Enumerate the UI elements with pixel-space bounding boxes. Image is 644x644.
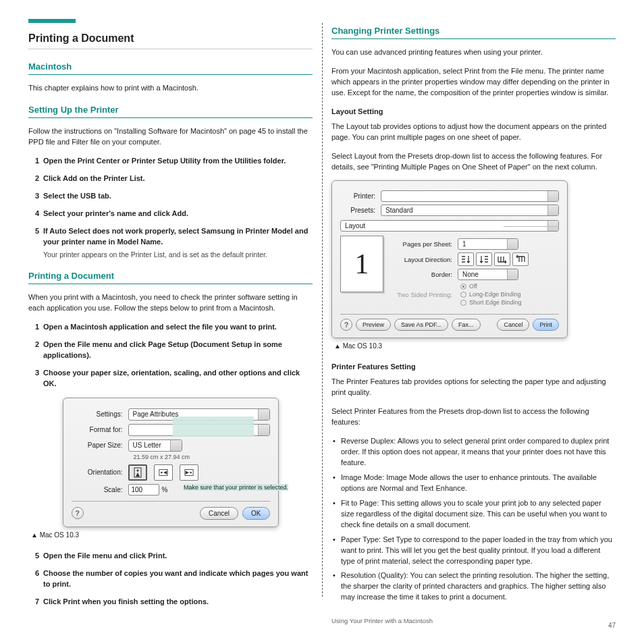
layout-direction-4[interactable] (512, 252, 529, 266)
subheading-setup: Setting Up the Printer (28, 105, 313, 118)
orientation-portrait-button[interactable] (128, 464, 147, 481)
layout-setting-heading: Layout Setting (331, 107, 616, 117)
section-accent-bar (28, 19, 76, 23)
help-button[interactable]: ? (72, 507, 84, 519)
setup-steps-list: Open the Print Center or Printer Setup U… (28, 156, 313, 260)
printing-text: When you print with a Macintosh, you nee… (28, 292, 313, 314)
panel-select[interactable]: Layout (340, 220, 559, 232)
footer-text: Using Your Printer with a Macintosh (331, 616, 616, 626)
setup-text: Follow the instructions on "Installing S… (28, 126, 313, 148)
callout-highlight (173, 417, 254, 437)
layout-setting-text2: Select Layout from the Presets drop-down… (331, 151, 616, 173)
svg-point-1 (136, 469, 138, 471)
layout-direction-3[interactable] (494, 252, 510, 266)
changing-intro: You can use advanced printing features w… (331, 47, 616, 58)
column-divider (322, 23, 323, 597)
page-setup-caption: ▲ Mac OS 10.3 (31, 531, 313, 539)
cancel-button[interactable]: Cancel (200, 507, 238, 520)
presets-select[interactable]: Standard (381, 205, 559, 216)
orientation-landscape-left-button[interactable] (154, 464, 173, 481)
layout-setting-text: The Layout tab provides options to adjus… (331, 122, 616, 143)
printer-features-text: The Printer Features tab provides option… (331, 377, 616, 398)
subheading-printing: Printing a Document (28, 271, 313, 284)
fax-button[interactable]: Fax... (452, 319, 481, 331)
changing-text: From your Macintosh application, select … (331, 66, 616, 99)
print-dialog-caption: ▲ Mac OS 10.3 (334, 342, 616, 350)
save-as-pdf-button[interactable]: Save As PDF... (394, 319, 448, 331)
followup-steps-list: Open the File menu and click Print. Choo… (28, 551, 313, 608)
ok-button[interactable]: OK (242, 507, 269, 520)
layout-preview: 1 (340, 236, 383, 292)
layout-direction-1[interactable] (458, 252, 474, 266)
print-dialog: Printer: Presets: Standard Layout (331, 180, 568, 338)
svg-point-5 (190, 471, 192, 473)
help-button[interactable]: ? (340, 319, 352, 331)
radio-short-edge: Short Edge Binding (460, 299, 522, 306)
printer-features-heading: Printer Features Setting (331, 362, 616, 373)
printer-select[interactable] (381, 190, 559, 202)
print-button[interactable]: Print (533, 319, 559, 331)
subheading-changing-settings: Changing Printer Settings (331, 26, 616, 39)
layout-direction-2[interactable] (476, 252, 492, 266)
printer-features-text2: Select Printer Features from the Presets… (331, 406, 616, 428)
svg-point-3 (161, 471, 163, 473)
preview-button[interactable]: Preview (356, 319, 391, 331)
cancel-button[interactable]: Cancel (497, 319, 529, 331)
pages-per-sheet-select[interactable]: 1 (458, 238, 518, 250)
paper-size-select[interactable]: US Letter (128, 439, 182, 452)
doc-steps-list: Open a Macintosh application and select … (28, 322, 313, 390)
section-title: Printing a Document (28, 32, 313, 49)
paper-dimensions: 21.59 cm x 27.94 cm (134, 454, 270, 460)
radio-off: Off (460, 283, 522, 290)
border-select[interactable]: None (458, 269, 518, 280)
feature-bullets: Reverse Duplex: Allows you to select gen… (331, 436, 616, 603)
page-setup-dialog: Settings: Page Attributes Format for: Pa… (63, 398, 279, 527)
orientation-landscape-right-button[interactable] (180, 464, 198, 481)
callout-text: Make sure that your printer is selected. (184, 484, 288, 491)
scale-input[interactable]: 100 (128, 484, 159, 495)
page-number: 47 (608, 622, 616, 629)
intro-text: This chapter explains how to print with … (28, 83, 313, 94)
radio-long-edge: Long-Edge Binding (460, 291, 522, 298)
subheading-macintosh: Macintosh (28, 61, 313, 75)
